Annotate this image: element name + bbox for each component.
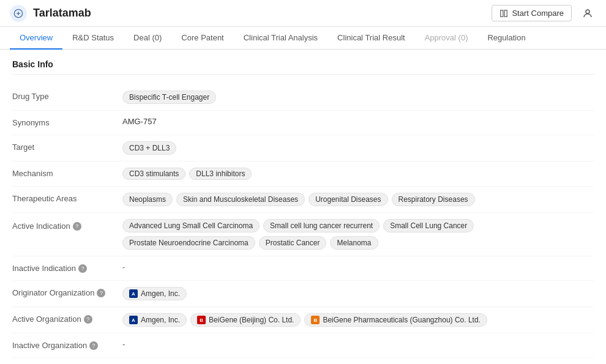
amgen-active-name: Amgen, Inc. <box>141 316 180 324</box>
row-mechanism: Mechanism CD3 stimulants DLL3 inhibitors <box>12 162 594 187</box>
org-beigene-beijing[interactable]: B BeiGene (Beijing) Co. Ltd. <box>190 313 301 327</box>
value-mechanism: CD3 stimulants DLL3 inhibitors <box>122 168 594 180</box>
tag-prostatic-cancer[interactable]: Prostatic Cancer <box>259 236 327 250</box>
main-content: Basic Info Drug Type Bispecific T-cell E… <box>0 50 606 364</box>
help-originator-org[interactable]: ? <box>97 289 105 297</box>
drug-title: Tarlatamab <box>33 7 91 20</box>
label-active-org: Active Organization ? <box>12 313 122 324</box>
org-amgen-originator[interactable]: A Amgen, Inc. <box>122 287 187 300</box>
tab-regulation[interactable]: Regulation <box>477 27 535 50</box>
help-active-indication[interactable]: ? <box>73 222 81 231</box>
label-drug-type: Drug Type <box>12 91 122 101</box>
svg-rect-1 <box>501 10 503 17</box>
row-therapeutic-areas: Therapeutic Areas Neoplasms Skin and Mus… <box>12 187 594 213</box>
label-inactive-indication: Inactive Indication ? <box>12 262 122 273</box>
beigene-guangzhou-name: BeiGene Pharmaceuticals (Guangzhou) Co. … <box>323 316 480 324</box>
tab-approval: Approval (0) <box>415 27 478 50</box>
user-icon-button[interactable] <box>579 5 596 22</box>
svg-point-3 <box>586 10 589 13</box>
help-active-org[interactable]: ? <box>84 315 92 324</box>
label-therapeutic-areas: Therapeutic Areas <box>12 193 122 203</box>
value-inactive-indication: - <box>122 262 594 272</box>
inactive-indication-dash: - <box>122 262 125 272</box>
tag-target[interactable]: CD3 + DLL3 <box>122 141 176 155</box>
tab-rd-status[interactable]: R&D Status <box>62 27 124 50</box>
value-target: CD3 + DLL3 <box>122 141 594 155</box>
org-amgen-active[interactable]: A Amgen, Inc. <box>122 313 187 327</box>
beigene-guangzhou-logo: B <box>311 316 320 324</box>
tag-advanced-lung[interactable]: Advanced Lung Small Cell Carcinoma <box>122 219 260 232</box>
help-inactive-indication[interactable]: ? <box>78 264 87 273</box>
beigene-beijing-name: BeiGene (Beijing) Co. Ltd. <box>209 316 294 324</box>
tag-bispecific[interactable]: Bispecific T-cell Engager <box>122 91 216 104</box>
amgen-logo: A <box>129 289 138 298</box>
inactive-org-dash: - <box>122 340 125 349</box>
drug-icon <box>10 5 27 22</box>
label-originator-org: Originator Organization ? <box>12 287 122 297</box>
value-originator-org: A Amgen, Inc. <box>122 287 594 300</box>
value-active-org: A Amgen, Inc. B BeiGene (Beijing) Co. Lt… <box>122 313 594 327</box>
tab-clinical-trial-result[interactable]: Clinical Trial Result <box>327 27 415 50</box>
section-basic-info: Basic Info <box>12 59 594 75</box>
row-active-indication: Active Indication ? Advanced Lung Small … <box>12 213 594 256</box>
app-header: Tarlatamab Start Compare <box>0 0 606 27</box>
nav-tabs: Overview R&D Status Deal (0) Core Patent… <box>0 27 606 50</box>
tab-clinical-trial-analysis[interactable]: Clinical Trial Analysis <box>234 27 327 50</box>
value-active-indication: Advanced Lung Small Cell Carcinoma Small… <box>122 219 594 250</box>
amgen-active-logo: A <box>129 316 138 324</box>
tag-urogenital[interactable]: Urogenital Diseases <box>309 193 387 206</box>
label-target: Target <box>12 141 122 152</box>
row-active-org: Active Organization ? A Amgen, Inc. B Be… <box>12 307 594 333</box>
row-originator-org: Originator Organization ? A Amgen, Inc. <box>12 281 594 307</box>
tag-melanoma[interactable]: Melanoma <box>330 236 378 250</box>
value-synonyms: AMG-757 <box>122 117 594 126</box>
value-drug-type: Bispecific T-cell Engager <box>122 91 594 104</box>
header-left: Tarlatamab <box>10 5 91 22</box>
tab-deal[interactable]: Deal (0) <box>124 27 171 50</box>
compare-icon <box>499 9 508 18</box>
tag-skin-musculo[interactable]: Skin and Musculoskeletal Diseases <box>176 193 305 206</box>
mech-dll3[interactable]: DLL3 inhibitors <box>189 168 252 180</box>
start-compare-button[interactable]: Start Compare <box>492 5 572 21</box>
synonym-text: AMG-757 <box>122 117 157 126</box>
value-inactive-org: - <box>122 340 594 349</box>
row-drug-type: Drug Type Bispecific T-cell Engager <box>12 84 594 111</box>
svg-rect-2 <box>505 10 507 17</box>
header-actions: Start Compare <box>492 5 596 22</box>
row-synonyms: Synonyms AMG-757 <box>12 111 594 135</box>
beigene-beijing-logo: B <box>197 316 206 324</box>
tab-overview[interactable]: Overview <box>10 27 62 50</box>
row-inactive-org: Inactive Organization ? - <box>12 333 594 358</box>
help-inactive-org[interactable]: ? <box>89 341 98 350</box>
tab-core-patent[interactable]: Core Patent <box>171 27 233 50</box>
tag-respiratory[interactable]: Respiratory Diseases <box>392 193 475 206</box>
amgen-originator-name: Amgen, Inc. <box>141 289 180 298</box>
label-active-indication: Active Indication ? <box>12 219 122 231</box>
label-mechanism: Mechanism <box>12 168 122 178</box>
tag-small-cell-lung[interactable]: Small Cell Lung Cancer <box>383 219 474 232</box>
row-inactive-indication: Inactive Indication ? - <box>12 256 594 281</box>
label-synonyms: Synonyms <box>12 117 122 127</box>
tag-small-cell-recurrent[interactable]: Small cell lung cancer recurrent <box>263 219 380 232</box>
row-target: Target CD3 + DLL3 <box>12 135 594 162</box>
start-compare-label: Start Compare <box>512 9 564 18</box>
tag-prostate-neuro[interactable]: Prostate Neuroendocrine Carcinoma <box>122 236 255 250</box>
value-therapeutic-areas: Neoplasms Skin and Musculoskeletal Disea… <box>122 193 594 206</box>
tag-neoplasms[interactable]: Neoplasms <box>122 193 173 206</box>
org-beigene-guangzhou[interactable]: B BeiGene Pharmaceuticals (Guangzhou) Co… <box>304 313 487 327</box>
mech-cd3[interactable]: CD3 stimulants <box>122 168 185 180</box>
row-drug-highest-phase: Drug Highest Phase ? NDA/BLA <box>12 358 594 364</box>
label-inactive-org: Inactive Organization ? <box>12 340 122 350</box>
